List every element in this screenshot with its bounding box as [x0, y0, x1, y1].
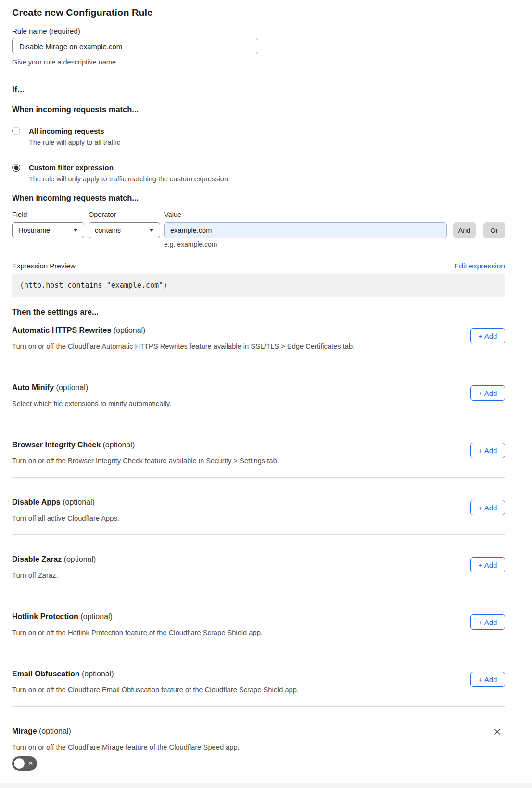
toggle-knob [13, 758, 25, 769]
radio-icon-checked[interactable] [12, 164, 20, 172]
chevron-down-icon [149, 229, 154, 232]
rule-name-label: Rule name (required) [12, 27, 505, 35]
if-heading: If... [12, 85, 505, 95]
add-button-email-obfuscation[interactable]: + Add [470, 672, 505, 687]
value-input[interactable] [164, 222, 447, 238]
section-divider [12, 75, 505, 75]
setting-title: Disable Zaraz [12, 555, 62, 563]
edit-expression-link[interactable]: Edit expression [454, 262, 505, 270]
add-button-auto-minify[interactable]: + Add [470, 385, 505, 401]
operator-label: Operator [89, 210, 160, 219]
value-label: Value [164, 210, 447, 219]
setting-optional-suffix: (optional) [39, 727, 71, 735]
setting-mirage: Mirage (optional) Turn on or off the Clo… [12, 707, 505, 771]
expression-builder-heading: When incoming requests match... [12, 193, 505, 203]
expression-preview-label: Expression Preview [12, 262, 76, 270]
rule-name-helper: Give your rule a descriptive name. [12, 58, 505, 66]
operator-select-value: contains [95, 227, 121, 234]
configuration-rule-page: Create new Configuration Rule Rule name … [0, 0, 532, 788]
toggle-off-x-icon: ✕ [28, 761, 33, 767]
rule-name-input[interactable] [12, 38, 258, 54]
setting-disable-apps: Disable Apps (optional) Turn off all act… [12, 478, 505, 535]
or-button[interactable]: Or [483, 222, 505, 238]
setting-hotlink-protection: Hotlink Protection (optional) Turn on or… [12, 592, 505, 649]
expression-builder-row: Field Hostname Operator contains Value A… [12, 210, 505, 238]
radio-label: All incoming requests [29, 127, 120, 136]
radio-icon[interactable] [12, 127, 20, 135]
add-button-disable-zaraz[interactable]: + Add [470, 557, 505, 572]
and-button[interactable]: And [453, 222, 476, 238]
setting-title: Disable Apps [12, 498, 61, 506]
setting-optional-suffix: (optional) [64, 555, 96, 563]
setting-disable-zaraz: Disable Zaraz (optional) Turn off Zaraz.… [12, 535, 505, 592]
setting-description: Turn on or off the Cloudflare Email Obfu… [12, 686, 505, 694]
expression-preview-box: (http.host contains "example.com") [12, 274, 505, 297]
add-button-disable-apps[interactable]: + Add [470, 500, 505, 515]
setting-description: Turn on or off the Cloudflare Mirage fea… [12, 743, 505, 751]
match-type-heading: When incoming requests match... [12, 104, 505, 114]
setting-title: Browser Integrity Check [12, 441, 101, 449]
add-button-hotlink-protection[interactable]: + Add [470, 614, 505, 630]
setting-optional-suffix: (optional) [82, 670, 114, 678]
page-title: Create new Configuration Rule [12, 7, 505, 18]
mirage-toggle[interactable]: ✕ [12, 756, 37, 771]
setting-description: Turn off all active Cloudflare Apps. [12, 514, 505, 522]
field-select[interactable]: Hostname [12, 222, 84, 238]
setting-auto-minify: Auto Minify (optional) Select which file… [12, 363, 505, 420]
field-label: Field [12, 210, 84, 219]
add-button-browser-integrity-check[interactable]: + Add [470, 443, 505, 458]
setting-email-obfuscation: Email Obfuscation (optional) Turn on or … [12, 649, 505, 707]
value-helper: e.g. example.com [164, 241, 505, 248]
field-select-value: Hostname [18, 227, 50, 234]
setting-optional-suffix: (optional) [63, 498, 95, 506]
setting-browser-integrity-check: Browser Integrity Check (optional) Turn … [12, 420, 505, 478]
operator-select[interactable]: contains [89, 222, 160, 238]
setting-title: Hotlink Protection [12, 612, 78, 621]
setting-optional-suffix: (optional) [114, 326, 146, 334]
then-settings-heading: Then the settings are... [12, 307, 505, 317]
radio-label: Custom filter expression [29, 163, 228, 172]
setting-title: Email Obfuscation [12, 670, 79, 678]
radio-description: The rule will apply to all traffic [29, 138, 120, 147]
setting-description: Select which file extensions to minify a… [12, 399, 505, 408]
setting-optional-suffix: (optional) [103, 441, 135, 449]
setting-title: Mirage [12, 727, 37, 735]
radio-custom-filter-expression[interactable]: Custom filter expression The rule will o… [12, 163, 505, 183]
setting-title: Automatic HTTPS Rewrites [12, 326, 111, 334]
setting-optional-suffix: (optional) [56, 383, 89, 392]
setting-description: Turn on or off the Browser Integrity Che… [12, 457, 505, 465]
footer-strip [0, 783, 532, 788]
radio-description: The rule will only apply to traffic matc… [29, 175, 228, 183]
setting-automatic-https-rewrites: Automatic HTTPS Rewrites (optional) Turn… [12, 317, 505, 363]
chevron-down-icon [73, 229, 78, 232]
setting-optional-suffix: (optional) [80, 612, 113, 621]
radio-all-incoming-requests[interactable]: All incoming requests The rule will appl… [12, 127, 505, 147]
setting-description: Turn on or off the Cloudflare Automatic … [12, 342, 505, 351]
setting-description: Turn on or off the Hotlink Protection fe… [12, 628, 505, 637]
add-button-automatic-https-rewrites[interactable]: + Add [470, 328, 505, 343]
setting-description: Turn off Zaraz. [12, 571, 505, 580]
setting-title: Auto Minify [12, 383, 54, 392]
close-icon [494, 728, 501, 736]
remove-mirage-button[interactable] [494, 728, 501, 736]
